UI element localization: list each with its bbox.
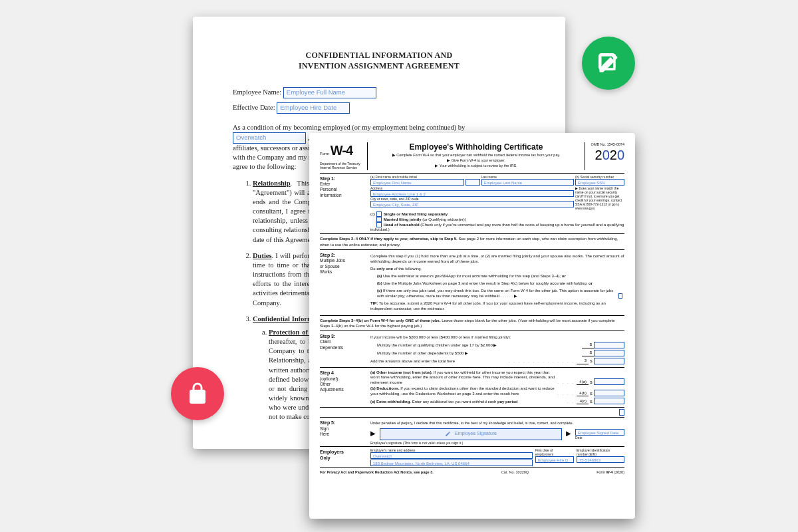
- step3-other-dep-field[interactable]: [594, 350, 624, 356]
- lock-icon: [186, 382, 209, 406]
- ssa-note: ▶ Does your name match the name on your …: [575, 186, 624, 210]
- employer-name-field[interactable]: Overwatch: [370, 452, 533, 459]
- w4-step4: Step 4(optional):OtherAdjustments (a) Ot…: [320, 368, 624, 408]
- employer-addr-field[interactable]: 180 Bednar Mountains, North Bethview, LA…: [370, 460, 533, 466]
- pencil-icon: [445, 431, 451, 437]
- lock-badge: [171, 367, 224, 420]
- w4-step1: Step 1:EnterPersonalInformation (a) Firs…: [320, 174, 624, 235]
- step4a-field[interactable]: [594, 378, 624, 385]
- w4-title: Employee's Withholding Certificate: [372, 142, 581, 152]
- ssn-field[interactable]: Employee SSN: [575, 179, 624, 186]
- company-field[interactable]: Overwatch: [233, 132, 306, 144]
- first-date-field[interactable]: Employee Hire D: [535, 456, 574, 463]
- first-name-field[interactable]: Employee First Name: [370, 179, 464, 186]
- filing-married-checkbox[interactable]: [376, 217, 382, 222]
- mi-field[interactable]: [466, 179, 480, 186]
- grand-total-field[interactable]: [619, 409, 624, 416]
- w4-year: 2020: [588, 147, 624, 164]
- sign-date-field[interactable]: Employee Signed Date: [575, 429, 624, 436]
- effective-date-row: Effective Date: Employee Hire Date: [233, 102, 525, 114]
- filing-single-checkbox[interactable]: [376, 211, 382, 217]
- step4c-field[interactable]: [594, 398, 624, 404]
- filing-hoh-checkbox[interactable]: [376, 222, 382, 227]
- note-steps-2-4: Complete Steps 2–4 ONLY if they apply to…: [320, 236, 624, 247]
- w4-step2: Step 2:Multiple Jobsor SpouseWorks Compl…: [320, 249, 624, 316]
- address-field[interactable]: Employee Address Line 1 & 2: [370, 190, 574, 197]
- edit-icon: [597, 51, 620, 75]
- doc-title: CONFIDENTIAL INFORMATION AND INVENTION A…: [233, 50, 525, 71]
- last-name-field[interactable]: Employee Last Name: [481, 179, 574, 186]
- w4-form-doc: Form W-4 Department of the Treasury Inte…: [309, 133, 635, 519]
- step2c-checkbox[interactable]: [618, 293, 622, 299]
- employee-name-row: Employee Name: Employee Full Name: [233, 87, 525, 98]
- w4-header: Form W-4 Department of the Treasury Inte…: [320, 142, 624, 174]
- w4-employers: EmployersOnly Employer's name and addres…: [320, 447, 624, 468]
- step4b-field[interactable]: [594, 390, 624, 396]
- ein-field[interactable]: 75-5146863: [577, 456, 624, 463]
- note-steps-3-4: Complete Steps 3–4(b) on Form W-4 for on…: [320, 318, 624, 329]
- city-field[interactable]: Employee City, State, ZIP: [370, 201, 574, 207]
- w4-footer: For Privacy Act and Paperwork Reduction …: [320, 468, 624, 475]
- edit-badge: [582, 37, 635, 90]
- employee-name-field[interactable]: Employee Full Name: [283, 87, 376, 98]
- signature-field[interactable]: Employee Signature: [380, 428, 562, 440]
- step3-children-field[interactable]: [594, 342, 624, 348]
- w4-step5: Step 5:SignHere Under penalties of perju…: [320, 417, 624, 447]
- dept-label: Department of the Treasury Internal Reve…: [320, 162, 364, 170]
- w4-step3: Step 3:ClaimDependents If your income wi…: [320, 331, 624, 368]
- step3-total-field[interactable]: [594, 358, 624, 364]
- effective-date-field[interactable]: Employee Hire Date: [277, 102, 350, 114]
